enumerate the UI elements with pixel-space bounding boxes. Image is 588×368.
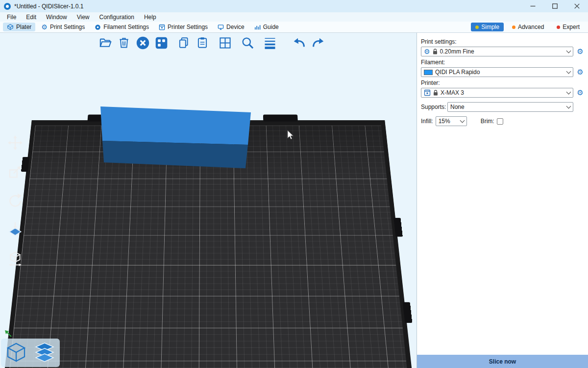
lock-icon <box>433 90 438 96</box>
view-3d-button[interactable] <box>4 341 28 365</box>
mode-label: Expert <box>563 24 580 30</box>
menu-item-file[interactable]: File <box>2 13 21 22</box>
brim-label: Brim: <box>481 118 494 125</box>
rotate-tool-button[interactable] <box>5 192 25 210</box>
rotate-icon <box>7 193 23 209</box>
lock-icon <box>433 49 438 55</box>
tab-label: Guide <box>263 24 279 30</box>
search-icon <box>241 36 254 50</box>
copy-icon <box>177 36 190 49</box>
tab-guide[interactable]: Guide <box>250 23 283 31</box>
filament-combo[interactable]: QIDI PLA Rapido <box>421 67 573 77</box>
main-area: Print settings: ⚙ 0.20mm Fine ⚙ Filament… <box>0 33 588 368</box>
move-tool-button[interactable] <box>5 134 25 152</box>
infill-combo[interactable]: 15% <box>436 116 467 126</box>
printer-combo[interactable]: X-MAX 3 <box>421 88 573 98</box>
search-button[interactable] <box>240 35 255 50</box>
tab-filament-settings[interactable]: Filament Settings <box>91 23 153 31</box>
plater-icon <box>7 24 14 30</box>
menu-item-edit[interactable]: Edit <box>21 13 41 22</box>
brim-checkbox[interactable] <box>497 118 503 125</box>
menu-item-configuration[interactable]: Configuration <box>95 13 139 22</box>
print-settings-combo[interactable]: ⚙ 0.20mm Fine <box>421 47 573 56</box>
tabbar: Plater ⚙ Print Settings Filament Setting… <box>0 22 588 33</box>
undo-button[interactable] <box>292 35 307 50</box>
measure-tool-button[interactable] <box>5 250 25 267</box>
tab-label: Plater <box>16 24 31 30</box>
simple-mode-dot-icon <box>475 26 479 29</box>
view-preview-button[interactable] <box>32 341 57 365</box>
menu-item-window[interactable]: Window <box>41 13 72 22</box>
infill-label: Infill: <box>421 118 433 125</box>
open-button[interactable] <box>98 35 113 50</box>
filament-gear-button[interactable]: ⚙ <box>576 68 584 76</box>
mode-switcher: Simple Advanced Expert <box>471 23 585 31</box>
copy-button[interactable] <box>176 35 191 50</box>
measure-cube-icon <box>7 251 23 266</box>
filament-settings-icon <box>95 24 101 30</box>
arrange-icon <box>155 36 168 50</box>
arrange-button[interactable] <box>154 35 169 50</box>
maximize-button[interactable] <box>544 0 566 12</box>
folder-open-icon <box>99 36 112 50</box>
layers-preview-icon <box>33 341 56 365</box>
menu-item-help[interactable]: Help <box>139 13 161 22</box>
scale-tool-button[interactable] <box>5 163 25 181</box>
bed-axis-indicator <box>4 329 13 340</box>
print-settings-label: Print settings: <box>421 38 584 45</box>
menubar: File Edit Window View Configuration Help <box>0 12 588 22</box>
bed-clip <box>263 115 298 122</box>
tab-plater[interactable]: Plater <box>3 23 35 31</box>
minimize-icon <box>530 3 536 9</box>
tab-label: Filament Settings <box>103 24 149 30</box>
printer-value: X-MAX 3 <box>441 89 564 96</box>
move-icon <box>7 135 23 151</box>
printer-label: Printer: <box>421 79 584 86</box>
tab-label: Printer Settings <box>168 24 208 30</box>
tab-label: Device <box>226 24 245 30</box>
print-settings-gear-button[interactable]: ⚙ <box>576 48 584 55</box>
tab-print-settings[interactable]: ⚙ Print Settings <box>37 23 89 31</box>
bed-handle <box>403 302 413 323</box>
slice-now-button[interactable]: Slice now <box>417 355 588 368</box>
chevron-down-icon <box>566 49 571 53</box>
redo-button[interactable] <box>311 35 325 50</box>
viewport-3d[interactable] <box>0 33 416 368</box>
mode-simple[interactable]: Simple <box>471 23 504 31</box>
cube-3d-icon <box>4 341 28 365</box>
delete-button[interactable] <box>117 35 131 50</box>
mode-advanced[interactable]: Advanced <box>508 23 548 31</box>
advanced-mode-dot-icon <box>512 26 515 29</box>
minimize-button[interactable] <box>522 0 544 12</box>
close-button[interactable] <box>566 0 588 12</box>
delete-all-button[interactable] <box>135 35 150 50</box>
supports-value: None <box>450 104 564 110</box>
filament-value: QIDI PLA Rapido <box>435 69 564 76</box>
mode-expert[interactable]: Expert <box>552 23 584 31</box>
printer-settings-icon <box>159 24 165 30</box>
printer-gear-button[interactable]: ⚙ <box>576 89 584 97</box>
maximize-icon <box>552 3 558 9</box>
place-on-face-tool-button[interactable] <box>5 221 25 238</box>
instances-button[interactable] <box>218 35 232 50</box>
tab-printer-settings[interactable]: Printer Settings <box>155 23 212 31</box>
object-toolbar <box>98 35 325 50</box>
app-window: *Untitled - QIDISlicer-1.0.1 File Edit W… <box>0 0 588 368</box>
filament-label: Filament: <box>421 59 584 66</box>
window-title: *Untitled - QIDISlicer-1.0.1 <box>14 3 83 10</box>
mode-label: Simple <box>481 24 499 30</box>
printer-icon <box>424 89 431 96</box>
paste-button[interactable] <box>195 35 210 50</box>
bed-handle <box>393 218 403 237</box>
menu-item-view[interactable]: View <box>72 13 95 22</box>
variable-layer-height-button[interactable] <box>263 35 277 50</box>
supports-combo[interactable]: None <box>447 102 573 112</box>
tab-device[interactable]: Device <box>214 23 248 31</box>
settings-sidebar: Print settings: ⚙ 0.20mm Fine ⚙ Filament… <box>416 33 588 368</box>
infill-value: 15% <box>439 118 458 125</box>
tab-label: Print Settings <box>50 24 85 30</box>
layer-lines-icon <box>263 36 277 50</box>
trash-icon <box>118 36 130 49</box>
manipulation-toolbar <box>5 134 25 267</box>
close-icon <box>574 3 580 9</box>
